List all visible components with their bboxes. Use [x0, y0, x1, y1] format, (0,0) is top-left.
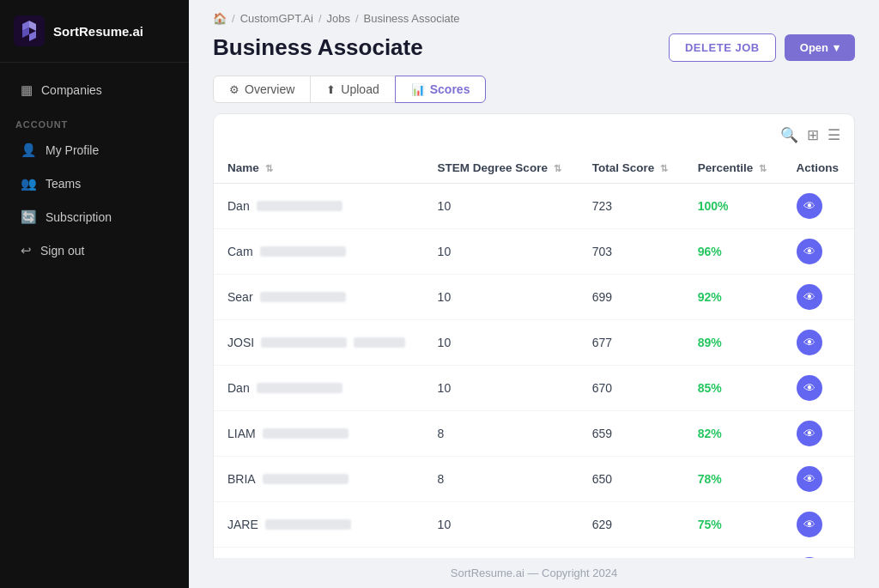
- name-blurred: [263, 474, 349, 484]
- cell-actions: 👁: [783, 457, 854, 502]
- delete-job-button[interactable]: DELETE JOB: [669, 33, 776, 62]
- cell-stem-score: 8: [424, 411, 579, 457]
- search-icon[interactable]: 🔍: [780, 126, 798, 144]
- cell-stem-score: 8: [424, 457, 579, 502]
- name-prefix: BRIA: [227, 472, 256, 486]
- name-blurred: [261, 337, 347, 348]
- header-actions: DELETE JOB Open ▾: [669, 33, 855, 62]
- subscription-icon: 🔄: [21, 209, 37, 225]
- name-prefix: Dan: [227, 381, 250, 395]
- breadcrumb-current: Business Associate: [364, 12, 460, 25]
- sidebar-item-subscription-label: Subscription: [45, 210, 112, 224]
- percentile-value: 82%: [698, 427, 722, 440]
- cell-actions: 👁: [783, 320, 854, 366]
- table-row: Cam1070396%👁: [214, 229, 854, 275]
- sidebar-item-companies-label: Companies: [41, 83, 102, 97]
- name-blurred: [257, 383, 343, 393]
- col-total: Total Score ⇅: [579, 153, 684, 184]
- logo-icon: [14, 15, 45, 46]
- view-candidate-button[interactable]: 👁: [797, 330, 822, 355]
- col-actions: Actions: [783, 153, 854, 184]
- cell-actions: 👁: [783, 411, 854, 457]
- main-content: 🏠 / CustomGPT.Ai / Jobs / Business Assoc…: [189, 0, 879, 588]
- cell-actions: 👁: [783, 548, 854, 559]
- footer: SortResume.ai — Copyright 2024: [189, 558, 879, 588]
- sidebar-item-teams-label: Teams: [45, 177, 81, 191]
- sidebar-item-teams[interactable]: 👥 Teams: [5, 167, 184, 200]
- cell-name: Sear: [214, 275, 424, 320]
- tabs: ⚙ Overview ⬆ Upload 📊 Scores: [189, 76, 879, 113]
- name-blurred-extra: [354, 337, 405, 348]
- page-title: Business Associate: [213, 34, 423, 61]
- breadcrumb-sep2: /: [318, 12, 322, 25]
- percentile-value: 75%: [698, 518, 722, 531]
- companies-icon: ▦: [21, 82, 33, 98]
- open-button[interactable]: Open ▾: [785, 34, 855, 61]
- sidebar-nav: ▦ Companies ACCOUNT 👤 My Profile 👥 Teams…: [0, 63, 189, 278]
- cell-percentile: 100%: [684, 184, 783, 229]
- sidebar-item-sign-out-label: Sign out: [40, 244, 84, 258]
- col-percentile: Percentile ⇅: [684, 153, 783, 184]
- breadcrumb-sep1: /: [232, 12, 235, 25]
- name-prefix: JOSI: [227, 336, 254, 349]
- name-prefix: Cam: [227, 245, 253, 258]
- cell-name: Dan: [214, 366, 424, 411]
- cell-stem-score: 10: [424, 502, 579, 548]
- cell-total-score: 629: [579, 502, 684, 548]
- table-header: Name ⇅ STEM Degree Score ⇅ Total Score ⇅: [214, 153, 854, 184]
- name-blurred: [260, 292, 346, 302]
- view-candidate-button[interactable]: 👁: [797, 239, 822, 264]
- view-candidate-button[interactable]: 👁: [797, 284, 822, 310]
- tab-upload[interactable]: ⬆ Upload: [310, 76, 395, 103]
- tab-overview-label: Overview: [245, 82, 294, 96]
- sidebar-item-companies[interactable]: ▦ Companies: [5, 74, 184, 106]
- cell-name: LIAM: [214, 411, 424, 457]
- sidebar-item-my-profile[interactable]: 👤 My Profile: [5, 134, 184, 167]
- menu-icon[interactable]: ☰: [827, 126, 840, 144]
- table-toolbar: 🔍 ⊞ ☰: [214, 114, 854, 153]
- cell-total-score: 659: [579, 411, 684, 457]
- cell-stem-score: 10: [424, 184, 579, 229]
- cell-percentile: 75%: [684, 502, 783, 548]
- view-candidate-button[interactable]: 👁: [797, 375, 822, 401]
- cell-total-score: 699: [579, 275, 684, 320]
- cell-stem-score: 10: [424, 229, 579, 275]
- sidebar-item-sign-out[interactable]: ↩ Sign out: [5, 234, 184, 267]
- total-sort-icon[interactable]: ⇅: [660, 163, 668, 173]
- name-blurred: [257, 201, 343, 211]
- sidebar-logo: SortResume.ai: [0, 0, 189, 63]
- view-candidate-button[interactable]: 👁: [797, 193, 822, 219]
- name-prefix: LIAM: [227, 427, 256, 440]
- breadcrumb-link-jobs[interactable]: Jobs: [327, 12, 350, 25]
- percentile-value: 78%: [698, 472, 722, 486]
- sidebar: SortResume.ai ▦ Companies ACCOUNT 👤 My P…: [0, 0, 189, 588]
- breadcrumb-sep3: /: [355, 12, 359, 25]
- view-candidate-button[interactable]: 👁: [797, 466, 822, 492]
- sign-out-icon: ↩: [21, 243, 32, 258]
- table-row: Etha1062975%👁: [214, 548, 854, 559]
- cell-name: JOSI: [214, 320, 424, 366]
- sidebar-item-subscription[interactable]: 🔄 Subscription: [5, 201, 184, 233]
- tab-overview[interactable]: ⚙ Overview: [213, 76, 311, 103]
- tab-scores[interactable]: 📊 Scores: [395, 76, 487, 103]
- table-row: JARE1062975%👁: [214, 502, 854, 548]
- name-blurred: [260, 246, 346, 257]
- name-sort-icon[interactable]: ⇅: [265, 163, 273, 173]
- sidebar-item-my-profile-label: My Profile: [45, 143, 99, 157]
- cell-name: JARE: [214, 502, 424, 548]
- cell-stem-score: 10: [424, 275, 579, 320]
- table-row: LIAM865982%👁: [214, 411, 854, 457]
- breadcrumb-home-icon[interactable]: 🏠: [213, 12, 227, 25]
- cell-percentile: 96%: [684, 229, 783, 275]
- logo-text: SortResume.ai: [53, 24, 143, 39]
- breadcrumb-link-customgpt[interactable]: CustomGPT.Ai: [240, 12, 313, 25]
- tab-scores-label: Scores: [430, 82, 470, 96]
- view-candidate-button[interactable]: 👁: [797, 421, 822, 446]
- grid-view-icon[interactable]: ⊞: [807, 126, 819, 144]
- cell-total-score: 677: [579, 320, 684, 366]
- cell-stem-score: 10: [424, 366, 579, 411]
- percentile-sort-icon[interactable]: ⇅: [759, 163, 767, 173]
- stem-sort-icon[interactable]: ⇅: [554, 163, 561, 173]
- view-candidate-button[interactable]: 👁: [797, 512, 822, 537]
- content-area: 🔍 ⊞ ☰ Name ⇅ STEM Degree Score ⇅: [189, 113, 879, 558]
